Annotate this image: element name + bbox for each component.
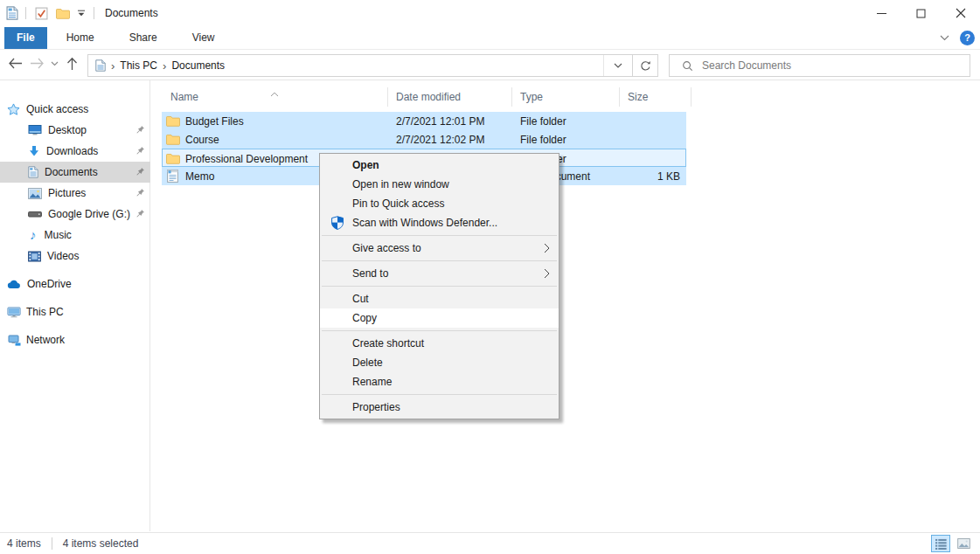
column-divider[interactable] <box>511 87 512 107</box>
search-box[interactable] <box>669 54 970 77</box>
sidebar-item-onedrive[interactable]: OneDrive <box>0 274 150 294</box>
menu-item-label: Give access to <box>352 242 421 254</box>
maximize-button[interactable] <box>901 0 941 26</box>
star-icon <box>7 103 20 115</box>
context-menu: Open Open in new window Pin to Quick acc… <box>319 153 560 419</box>
menu-item-label: Scan with Windows Defender... <box>352 217 497 229</box>
menu-item-rename[interactable]: Rename <box>320 372 559 391</box>
network-icon <box>7 335 21 346</box>
address-box[interactable]: › This PC › Documents <box>87 54 658 77</box>
menu-item-copy[interactable]: Copy <box>320 308 559 328</box>
breadcrumb-chevron: › <box>106 59 120 73</box>
downloads-icon <box>28 145 40 157</box>
breadcrumb-this-pc[interactable]: This PC <box>120 59 157 72</box>
sidebar-item-documents[interactable]: Documents <box>0 162 150 183</box>
file-type: File folder <box>520 112 566 130</box>
ribbon-tab-bar: File Home Share View ? <box>0 26 980 50</box>
menu-item-send-to[interactable]: Send to <box>320 264 559 283</box>
column-divider[interactable] <box>387 87 388 107</box>
menu-item-give-access-to[interactable]: Give access to <box>320 239 559 258</box>
chevron-down-icon[interactable] <box>940 35 949 41</box>
sidebar-item-label: Videos <box>47 250 79 262</box>
selection-count: 4 items selected <box>63 537 139 550</box>
navigation-pane: Quick access Desktop Downloads Documents… <box>0 80 150 531</box>
tab-view[interactable]: View <box>180 27 227 49</box>
status-separator <box>52 537 52 550</box>
submenu-chevron-icon <box>544 243 550 256</box>
sidebar-item-label: Network <box>26 334 65 346</box>
details-view-icon[interactable] <box>931 535 950 552</box>
refresh-icon[interactable] <box>632 55 657 76</box>
menu-item-scan-with-windows-defender[interactable]: Scan with Windows Defender... <box>320 213 559 232</box>
menu-separator <box>322 235 557 236</box>
folder-icon <box>166 115 180 127</box>
column-header-date-modified[interactable]: Date modified <box>387 87 511 107</box>
music-icon: ♪ <box>30 229 37 241</box>
column-divider[interactable] <box>619 87 620 107</box>
large-icons-view-icon[interactable] <box>954 535 973 552</box>
tab-share[interactable]: Share <box>117 27 170 49</box>
column-header-size[interactable]: Size <box>619 87 691 107</box>
sidebar-item-this-pc[interactable]: This PC <box>0 301 150 322</box>
window-title: Documents <box>105 7 158 19</box>
breadcrumb-documents[interactable]: Documents <box>171 59 225 72</box>
customize-qat-arrow[interactable] <box>77 10 86 17</box>
location-icon <box>95 59 106 72</box>
file-name: Course <box>185 130 219 149</box>
new-folder-icon[interactable] <box>56 8 70 19</box>
back-icon[interactable] <box>8 58 23 69</box>
address-dropdown-chevron[interactable] <box>603 55 632 76</box>
close-button[interactable] <box>941 0 980 26</box>
menu-item-cut[interactable]: Cut <box>320 289 559 308</box>
desktop-icon <box>28 124 42 136</box>
file-size <box>619 112 680 130</box>
checkmark-icon[interactable] <box>35 7 48 20</box>
sidebar-item-label: Desktop <box>48 124 87 136</box>
column-header-type[interactable]: Type <box>511 87 619 107</box>
sidebar-item-quick-access[interactable]: Quick access <box>0 99 150 120</box>
search-icon <box>682 60 693 72</box>
help-icon[interactable]: ? <box>960 31 975 45</box>
menu-item-properties[interactable]: Properties <box>320 398 559 417</box>
menu-item-create-shortcut[interactable]: Create shortcut <box>320 334 559 353</box>
pin-icon <box>136 188 145 200</box>
sidebar-item-desktop[interactable]: Desktop <box>0 120 150 141</box>
file-row-budget-files[interactable]: Budget Files 2/7/2021 12:01 PM File fold… <box>162 112 686 130</box>
column-divider[interactable] <box>691 87 692 107</box>
menu-item-open[interactable]: Open <box>320 156 559 175</box>
file-size: 1 KB <box>619 167 680 185</box>
sidebar-item-music[interactable]: ♪ Music <box>0 225 150 246</box>
breadcrumb-chevron: › <box>157 59 171 73</box>
file-date: 2/7/2021 12:01 PM <box>396 112 484 130</box>
defender-shield-icon <box>330 216 344 232</box>
tab-home[interactable]: Home <box>54 27 107 49</box>
qat-separator <box>25 7 26 19</box>
sidebar-item-label: Quick access <box>26 103 88 115</box>
pin-icon <box>136 209 145 221</box>
sidebar-item-label: Pictures <box>48 187 86 199</box>
sidebar-item-label: This PC <box>26 306 64 318</box>
address-bar: › This PC › Documents <box>0 50 980 80</box>
file-name: Budget Files <box>185 112 244 130</box>
document-icon <box>28 166 38 178</box>
sidebar-item-network[interactable]: Network <box>0 329 150 350</box>
menu-separator <box>322 394 557 395</box>
file-date: 2/7/2021 12:02 PM <box>396 130 484 149</box>
sidebar-item-downloads[interactable]: Downloads <box>0 141 150 162</box>
sidebar-item-google-drive[interactable]: Google Drive (G:) <box>0 204 150 225</box>
up-icon[interactable] <box>66 57 78 71</box>
explorer-window-icon <box>6 6 18 20</box>
sidebar-item-videos[interactable]: Videos <box>0 246 150 267</box>
sidebar-item-pictures[interactable]: Pictures <box>0 183 150 204</box>
minimize-button[interactable] <box>862 0 901 26</box>
folder-icon <box>166 153 180 164</box>
menu-item-pin-to-quick-access[interactable]: Pin to Quick access <box>320 194 559 213</box>
file-row-course[interactable]: Course 2/7/2021 12:02 PM File folder <box>162 130 686 149</box>
tab-file[interactable]: File <box>4 27 47 49</box>
search-input[interactable] <box>700 59 922 73</box>
sidebar-item-label: OneDrive <box>27 278 72 290</box>
menu-item-delete[interactable]: Delete <box>320 353 559 372</box>
recent-locations-chevron[interactable] <box>51 61 59 66</box>
menu-item-open-in-new-window[interactable]: Open in new window <box>320 175 559 194</box>
forward-icon[interactable] <box>30 58 45 69</box>
